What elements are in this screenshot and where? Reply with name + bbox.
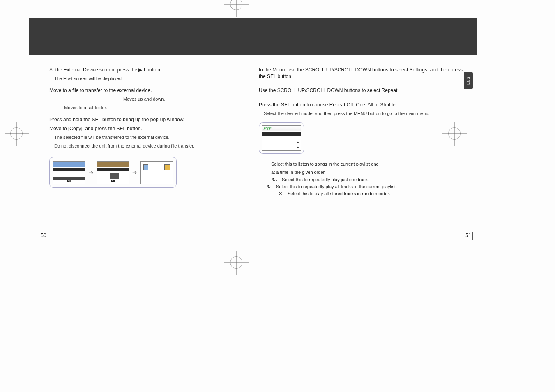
step-3-line-a: Press and hold the SEL button to bring u… (49, 116, 255, 123)
screen-popup (110, 173, 119, 179)
device-icon (164, 164, 170, 170)
option-shuffle: ✕ Select this to play all stored tracks … (277, 191, 464, 196)
page-tick (39, 232, 39, 240)
settings-panel-frame: yepp ▶ ▶ (259, 122, 304, 154)
step-2-text: Move to a file to transfer to the extern… (49, 87, 255, 94)
panel-arrow-icon: ▶ (297, 145, 299, 149)
page-number-left: 50 (39, 232, 46, 240)
crop-mark (526, 18, 555, 18)
page-number-value: 50 (41, 233, 46, 238)
brand-logo: yepp (263, 126, 272, 130)
page-number-right: 51 (465, 232, 473, 240)
screen-topbar (97, 162, 129, 167)
crop-mark (526, 374, 555, 374)
header-band (29, 18, 477, 55)
device-screen-3 (140, 161, 173, 184)
device-screens-row: ▶II ➔ ▶II ➔ (49, 157, 177, 188)
registration-mark (230, 256, 242, 269)
language-tab: ENG (464, 72, 473, 89)
registration-mark (230, 0, 242, 10)
screen-row (53, 168, 85, 171)
option-repeat-all: ↻ Select this to repeatedly play all tra… (265, 184, 464, 189)
screen-topbar (53, 162, 85, 167)
panel-arrow-icon: ▶ (297, 141, 299, 144)
option-off-line2: at a time in the given order. (271, 169, 464, 175)
r-step-1: In the Menu, use the SCROLL UP/SCROLL DO… (259, 67, 464, 80)
step-1-line: At the External Device screen, press the… (49, 67, 161, 73)
repeat-one-icon: ↻₁ (271, 177, 278, 182)
option-off-line1: Select this to listen to songs in the cu… (271, 161, 464, 167)
device-screen-1: ▶II (53, 161, 85, 184)
r-step-2: Use the SCROLL UP/SCROLL DOWN buttons to… (259, 87, 464, 94)
left-page: At the External Device screen, press the… (49, 62, 255, 188)
option-one-text: Select this to repeatedly play just one … (282, 177, 369, 182)
play-pause-icon: ▶II (67, 180, 71, 183)
step-2-sub2: : Moves to a subfolder. (62, 105, 255, 111)
transfer-line (150, 167, 163, 167)
shuffle-icon: ✕ (277, 191, 283, 196)
step-1-text: At the External Device screen, press the… (49, 67, 255, 73)
step-3-sub1: The selected file will be transferred to… (54, 134, 255, 141)
arrow-icon: ➔ (89, 169, 94, 176)
crop-mark (526, 0, 526, 18)
option-all-text: Select this to repeatedly play all track… (276, 184, 397, 189)
device-screen-2: ▶II (97, 161, 129, 184)
page-number-value: 51 (465, 233, 471, 238)
crop-mark (29, 0, 29, 18)
step-1-sub: The Host screen will be displayed. (54, 76, 255, 82)
page-tick (472, 232, 473, 240)
step-3-sub2: Do not disconnect the unit from the exte… (54, 143, 255, 149)
r-step-3-sub: Select the desired mode, and then press … (264, 111, 464, 117)
repeat-all-icon: ↻ (265, 184, 272, 189)
right-page: In the Menu, use the SCROLL UP/SCROLL DO… (259, 62, 464, 198)
step-3-line-b: Move to [Copy], and press the SEL button… (49, 125, 255, 132)
play-pause-icon: ▶II (111, 180, 115, 183)
crop-mark (0, 374, 29, 374)
settings-panel: yepp ▶ ▶ (262, 125, 301, 151)
panel-top: yepp (262, 126, 301, 131)
panel-selected-row (262, 132, 301, 136)
device-icon (143, 164, 148, 170)
option-shuffle-text: Select this to play all stored tracks in… (288, 191, 390, 196)
crop-mark (0, 18, 29, 18)
step-2-sub1: Moves up and down. (123, 96, 255, 102)
screen-row (97, 168, 129, 171)
crop-mark (526, 374, 526, 392)
arrow-icon: ➔ (132, 169, 137, 176)
option-repeat-one: ↻₁ Select this to repeatedly play just o… (271, 177, 464, 182)
registration-mark (10, 127, 23, 140)
r-step-3: Press the SEL button to choose Repeat Of… (259, 101, 464, 108)
crop-mark (29, 374, 29, 392)
